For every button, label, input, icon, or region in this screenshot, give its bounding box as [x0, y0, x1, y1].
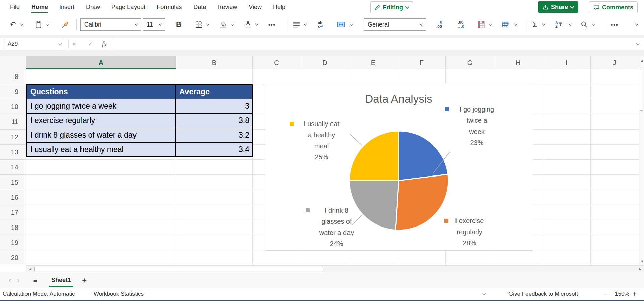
wrap-text-button[interactable]: ab c↵: [318, 21, 323, 28]
menu-tab-help[interactable]: Help: [273, 0, 285, 14]
table-header-average[interactable]: Average: [175, 84, 253, 99]
column-header-a[interactable]: A: [26, 56, 176, 69]
sheet-tab-sheet1[interactable]: Sheet1: [49, 272, 73, 288]
row-header-13[interactable]: 13: [0, 145, 26, 160]
more-ribbon-options-button[interactable]: •••: [611, 22, 619, 28]
cell-average[interactable]: 3.2: [175, 128, 253, 143]
pie-slice-0[interactable]: [399, 131, 448, 181]
calculation-mode-status[interactable]: Calculation Mode: Automatic: [3, 288, 75, 300]
row-header-18[interactable]: 18: [0, 220, 26, 235]
editing-mode-button[interactable]: Editing: [370, 1, 413, 13]
row-header-15[interactable]: 15: [0, 175, 26, 190]
format-painter-button[interactable]: [61, 21, 69, 28]
horizontal-scroll-thumb[interactable]: [34, 267, 323, 271]
next-sheet-button[interactable]: ›: [17, 276, 19, 285]
scroll-right-arrow[interactable]: ►: [638, 267, 642, 271]
font-color-menu-chevron[interactable]: [256, 24, 258, 25]
paste-button[interactable]: [35, 21, 42, 28]
row-header-16[interactable]: 16: [0, 190, 26, 205]
menu-tab-draw[interactable]: Draw: [86, 0, 100, 14]
row-header-14[interactable]: 14: [0, 160, 26, 175]
row-header-17[interactable]: 17: [0, 205, 26, 220]
borders-button[interactable]: [195, 21, 202, 28]
menu-tab-page-layout[interactable]: Page Layout: [111, 0, 145, 14]
column-header-h[interactable]: H: [494, 56, 542, 69]
merge-menu-chevron[interactable]: [350, 24, 353, 25]
cell-average[interactable]: 3.8: [175, 113, 253, 128]
feedback-link[interactable]: Give Feedback to Microsoft: [508, 288, 578, 300]
workbook-statistics-button[interactable]: Workbook Statistics: [94, 288, 144, 300]
ribbon-display-chevron[interactable]: [636, 24, 638, 25]
fill-color-menu-chevron[interactable]: [231, 24, 234, 25]
vertical-scrollbar[interactable]: ▲ ▼: [639, 56, 644, 265]
menu-tab-formulas[interactable]: Formulas: [157, 0, 182, 14]
pie-chart[interactable]: Data Analysis I go jogging twice a week …: [265, 84, 532, 251]
alignment-menu-chevron[interactable]: [304, 24, 306, 25]
row-header-8[interactable]: 8: [0, 69, 26, 84]
share-button[interactable]: Share: [538, 1, 578, 13]
cell-question[interactable]: I usually eat a healthy meal: [26, 142, 176, 157]
row-header-20[interactable]: 20: [0, 250, 26, 265]
fill-color-button[interactable]: [220, 21, 226, 28]
scroll-left-arrow[interactable]: ◄: [28, 267, 32, 271]
zoom-in-button[interactable]: +: [633, 288, 637, 300]
scroll-up-arrow[interactable]: ▲: [640, 58, 644, 62]
format-as-table-chevron[interactable]: [515, 24, 517, 25]
column-header-d[interactable]: D: [301, 56, 349, 69]
expand-formula-bar-chevron[interactable]: [637, 38, 639, 50]
row-header-12[interactable]: 12: [0, 130, 26, 145]
alignment-button[interactable]: [293, 21, 300, 28]
cell-question[interactable]: I go jogging twice a week: [26, 99, 176, 114]
status-options-chevron[interactable]: [483, 288, 485, 300]
vertical-scroll-thumb[interactable]: [640, 67, 643, 111]
scroll-down-arrow[interactable]: ▼: [640, 259, 644, 263]
cell-average[interactable]: 3: [175, 99, 253, 114]
undo-button[interactable]: ↶: [10, 20, 16, 29]
row-header-10[interactable]: 10: [0, 99, 26, 114]
cell-average[interactable]: 3.4: [175, 142, 253, 157]
sort-filter-button[interactable]: AZ: [555, 21, 563, 28]
row-header-11[interactable]: 11: [0, 114, 26, 130]
menu-tab-view[interactable]: View: [249, 0, 262, 14]
enter-button[interactable]: ✓: [88, 38, 93, 50]
formula-input[interactable]: [114, 38, 635, 51]
autosum-chevron[interactable]: [543, 24, 545, 25]
bold-button[interactable]: B: [176, 20, 181, 29]
zoom-out-button[interactable]: −: [604, 288, 608, 300]
menu-tab-home[interactable]: Home: [31, 0, 48, 14]
all-sheets-menu-icon[interactable]: ≡: [33, 276, 37, 284]
horizontal-scrollbar[interactable]: ◄ ►: [26, 265, 644, 272]
column-header-i[interactable]: I: [542, 56, 591, 69]
conditional-formatting-chevron[interactable]: [489, 24, 492, 25]
decrease-decimal-button[interactable]: ←0 .00: [436, 20, 442, 29]
find-button[interactable]: [581, 21, 587, 28]
menu-tab-file[interactable]: File: [10, 0, 20, 14]
column-header-c[interactable]: C: [253, 56, 301, 69]
autosum-button[interactable]: Σ: [533, 20, 537, 29]
name-box[interactable]: A29: [4, 39, 64, 49]
insert-function-button[interactable]: fx: [102, 38, 107, 50]
comments-button[interactable]: Comments: [589, 1, 638, 13]
table-header-questions[interactable]: Questions: [26, 84, 176, 99]
conditional-formatting-button[interactable]: [478, 21, 485, 28]
column-header-f[interactable]: F: [397, 56, 446, 69]
add-sheet-button[interactable]: +: [82, 275, 87, 285]
column-header-j[interactable]: J: [591, 56, 639, 69]
more-font-options-button[interactable]: •••: [268, 22, 276, 28]
row-header-19[interactable]: 19: [0, 235, 26, 250]
menu-tab-review[interactable]: Review: [217, 0, 237, 14]
undo-menu-chevron[interactable]: [21, 24, 23, 25]
cell-question[interactable]: I exercise regularly: [26, 113, 176, 128]
borders-menu-chevron[interactable]: [207, 24, 209, 25]
column-header-b[interactable]: B: [176, 56, 253, 69]
pie-slice-1[interactable]: [396, 174, 448, 230]
column-header-g[interactable]: G: [446, 56, 494, 69]
pie-slice-3[interactable]: [349, 131, 399, 181]
find-chevron[interactable]: [592, 24, 595, 25]
sort-filter-chevron[interactable]: [569, 24, 571, 25]
menu-tab-data[interactable]: Data: [193, 0, 206, 14]
font-name-select[interactable]: Calibri: [80, 18, 141, 31]
cancel-button[interactable]: ×: [72, 38, 76, 50]
increase-decimal-button[interactable]: .00 →.0: [457, 20, 464, 29]
merge-center-button[interactable]: [337, 21, 345, 28]
